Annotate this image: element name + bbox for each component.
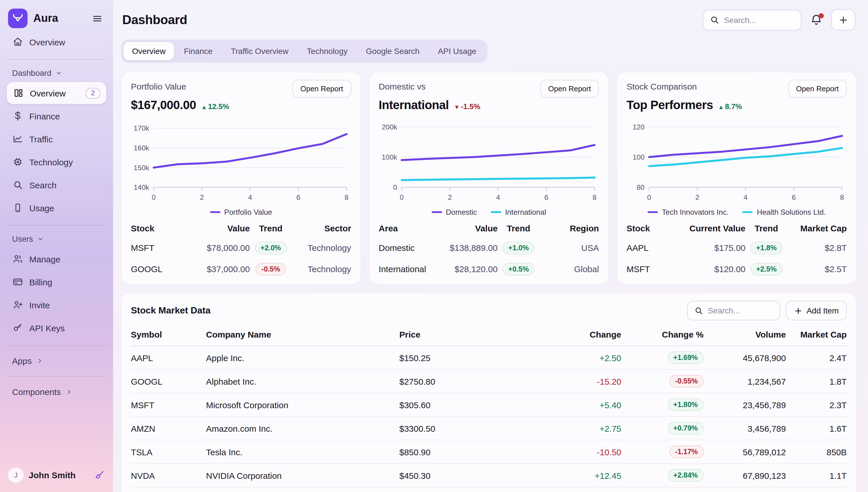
tab-api-usage[interactable]: API Usage <box>429 42 485 60</box>
change-pct-pill: +0.79% <box>668 422 704 435</box>
table-row: MSFTMicrosoft Corporation$305.60+5.40+1.… <box>131 393 847 417</box>
card-table: AreaValueTrendRegionDomestic$138,889.00+… <box>379 219 599 279</box>
table-row: AMZNAmazon.com Inc.$3300.50+2.75+0.79%3,… <box>131 417 847 440</box>
divider <box>8 225 105 226</box>
add-button[interactable] <box>831 9 855 30</box>
triangle-up-icon: ▲ <box>201 104 207 110</box>
sidebar-link-apps[interactable]: Apps <box>7 351 106 370</box>
open-report-button[interactable]: Open Report <box>292 80 351 98</box>
sidebar-item-finance[interactable]: Finance <box>7 105 106 127</box>
table-search[interactable] <box>687 301 780 320</box>
column-header: Change <box>535 329 621 339</box>
tab-traffic-overview[interactable]: Traffic Overview <box>222 42 297 60</box>
sidebar-item-traffic[interactable]: Traffic <box>7 128 106 150</box>
sidebar-item-overview-top[interactable]: Overview <box>7 31 106 53</box>
svg-text:6: 6 <box>297 194 300 201</box>
sidebar-item-label: Search <box>29 180 56 190</box>
legend-item: Health Solutions Ltd. <box>743 208 826 217</box>
sidebar-item-api-keys[interactable]: API Keys <box>7 317 106 339</box>
cell-change: +5.40 <box>535 400 621 410</box>
home-icon <box>12 36 24 48</box>
cell-market-cap: 1.8T <box>786 376 847 386</box>
card-headline: Top Performers▲8.7% <box>627 98 847 112</box>
cell-company: Microsoft Corporation <box>206 400 399 410</box>
card-table: StockValueTrendSectorMSFT$78,000.00+2.0%… <box>131 219 351 279</box>
sidebar-item-label: Overview <box>30 88 66 98</box>
avatar: J <box>8 467 24 483</box>
section-dashboard[interactable]: Dashboard <box>7 66 106 81</box>
stat-cards: Portfolio ValueOpen Report$167,000.00▲12… <box>121 72 857 285</box>
column-header: Symbol <box>131 329 206 339</box>
sidebar-item-label: Technology <box>29 157 73 167</box>
hamburger-menu-icon[interactable] <box>90 10 105 26</box>
card-chart: 1201008002468 <box>627 117 847 207</box>
svg-text:170k: 170k <box>134 124 149 132</box>
legend-swatch <box>491 211 501 213</box>
cell-volume: 1,234,567 <box>703 376 786 386</box>
cell-symbol: AAPL <box>131 353 206 363</box>
notifications-bell-icon[interactable] <box>810 14 823 26</box>
tab-google-search[interactable]: Google Search <box>357 42 428 60</box>
column-header: Trend <box>745 223 787 233</box>
sidebar-item-billing[interactable]: Billing <box>7 271 106 293</box>
sidebar-item-label: Invite <box>29 300 50 310</box>
cell-volume: 3,456,789 <box>703 423 786 433</box>
search-icon <box>12 179 24 191</box>
table-header-row: StockCurrent ValueTrendMarket Cap <box>627 219 847 237</box>
global-search[interactable] <box>703 9 801 30</box>
card-value: International <box>379 98 449 112</box>
table-search-input[interactable] <box>708 306 773 315</box>
legend-item: Domestic <box>431 208 477 217</box>
cell-symbol: GOOGL <box>131 376 206 386</box>
triangle-up-icon: ▲ <box>718 104 724 110</box>
open-report-button[interactable]: Open Report <box>788 80 847 98</box>
sidebar-item-overview[interactable]: Overview 2 <box>7 82 106 104</box>
cell-trend: +1.0% <box>498 241 540 254</box>
table-header-row: StockValueTrendSector <box>131 219 351 237</box>
legend-label: Portfolio Value <box>224 208 272 217</box>
delta-badge: ▲8.7% <box>718 102 742 111</box>
svg-text:150k: 150k <box>134 164 149 172</box>
sidebar-item-label: Usage <box>29 203 54 213</box>
column-header: Sector <box>292 223 351 233</box>
section-users[interactable]: Users <box>7 231 106 247</box>
cell-trend: +0.5% <box>498 263 540 275</box>
sidebar-item-usage[interactable]: Usage <box>7 197 106 219</box>
tab-finance[interactable]: Finance <box>175 42 221 60</box>
table-row: International$28,120.00+0.5%Global <box>379 259 599 279</box>
column-header: Region <box>540 223 599 233</box>
trend-pill: +2.5% <box>750 263 783 275</box>
column-header: Change % <box>621 329 703 339</box>
legend-label: Tech Innovators Inc. <box>662 208 729 217</box>
svg-text:140k: 140k <box>134 183 149 191</box>
topbar-controls <box>703 9 855 30</box>
key-icon <box>12 322 24 334</box>
user-row[interactable]: J John Smith <box>7 465 106 485</box>
table-row: NVDANVIDIA Corporation$450.30+12.45+2.84… <box>131 464 847 487</box>
sidebar-item-search[interactable]: Search <box>7 174 106 196</box>
search-input[interactable] <box>724 15 795 24</box>
cell-market-cap: 2.3T <box>786 400 847 410</box>
add-item-button[interactable]: Add Item <box>786 301 847 320</box>
sidebar-item-invite[interactable]: Invite <box>7 294 106 316</box>
sidebar-item-manage[interactable]: Manage <box>7 248 106 270</box>
tab-overview[interactable]: Overview <box>123 42 174 60</box>
cpu-chip-icon <box>12 156 24 168</box>
brand-row: Aura <box>7 7 106 30</box>
tab-bar: OverviewFinanceTraffic OverviewTechnolog… <box>121 40 487 63</box>
table-row: AAPL$175.00+1.8%$2.8T <box>627 237 847 259</box>
tab-technology[interactable]: Technology <box>298 42 356 60</box>
svg-text:120: 120 <box>633 123 645 131</box>
paint-brush-icon[interactable] <box>94 469 105 481</box>
sidebar-item-technology[interactable]: Technology <box>7 151 106 173</box>
cell-extra: Technology <box>292 243 351 253</box>
sidebar: Aura Overview Dashboard Overview 2 <box>0 0 113 492</box>
svg-text:0: 0 <box>152 194 156 201</box>
legend-swatch <box>431 211 442 213</box>
panel-title: Stock Market Data <box>131 305 210 316</box>
sidebar-item-label: Finance <box>29 111 60 121</box>
sidebar-link-components[interactable]: Components <box>7 383 106 401</box>
open-report-button[interactable]: Open Report <box>540 80 599 98</box>
svg-text:8: 8 <box>592 194 596 201</box>
divider <box>8 376 105 377</box>
